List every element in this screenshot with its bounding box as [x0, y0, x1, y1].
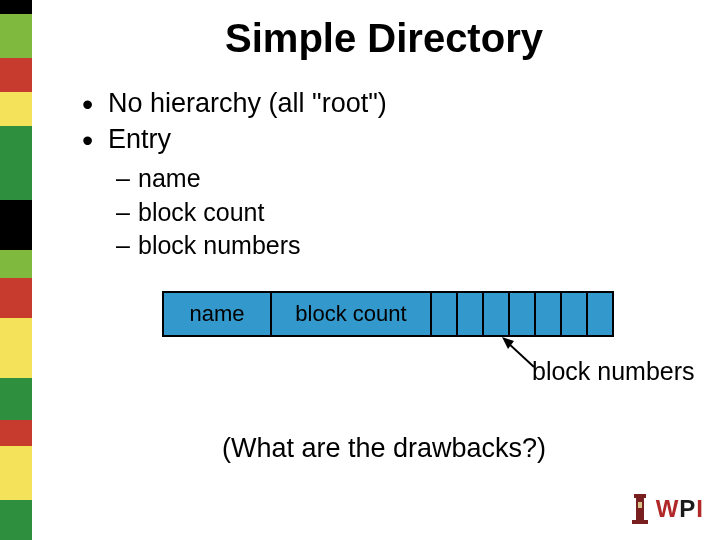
logo-text: WPI [656, 495, 704, 523]
sub-bullet-item: block numbers [116, 229, 696, 263]
logo-letter-i: I [696, 495, 704, 522]
sidebar-segment [0, 420, 32, 446]
sidebar-segment [0, 200, 32, 250]
svg-line-0 [508, 343, 534, 367]
decorative-sidebar [0, 0, 32, 540]
cell-block-count: block count [272, 291, 432, 337]
logo-letter-p: P [679, 495, 696, 522]
sub-bullet-item: block count [116, 196, 696, 230]
sidebar-segment [0, 58, 32, 92]
bullet-list: No hierarchy (all "root") Entry [80, 85, 696, 158]
slide-content: Simple Directory No hierarchy (all "root… [48, 0, 720, 540]
bullet-item: No hierarchy (all "root") [80, 85, 696, 121]
tower-icon [628, 492, 652, 526]
sidebar-segment [0, 446, 32, 500]
block-numbers-callout: block numbers [162, 343, 696, 387]
sidebar-segment [0, 92, 32, 126]
sidebar-segment [0, 250, 32, 278]
cell-block-number [510, 291, 536, 337]
sidebar-segment [0, 318, 32, 378]
cell-name: name [162, 291, 272, 337]
cell-block-number [484, 291, 510, 337]
sidebar-segment [0, 500, 32, 540]
entry-diagram: name block count block numbers [162, 291, 696, 387]
svg-rect-5 [638, 502, 642, 508]
question-text: (What are the drawbacks?) [72, 433, 696, 464]
block-numbers-label: block numbers [532, 357, 695, 386]
cell-block-number [458, 291, 484, 337]
svg-rect-4 [632, 520, 648, 524]
logo-letter-w: W [656, 495, 680, 522]
sidebar-segment [0, 278, 32, 318]
cell-block-number [588, 291, 614, 337]
page-title: Simple Directory [72, 16, 696, 61]
wpi-logo: WPI [628, 492, 704, 526]
sub-bullet-item: name [116, 162, 696, 196]
svg-rect-3 [634, 494, 646, 498]
cell-block-number [536, 291, 562, 337]
sub-bullet-list: name block count block numbers [116, 162, 696, 263]
cell-block-number [432, 291, 458, 337]
entry-row: name block count [162, 291, 696, 337]
svg-rect-2 [636, 496, 644, 522]
sidebar-segment [0, 378, 32, 420]
bullet-item: Entry [80, 121, 696, 157]
cell-block-number [562, 291, 588, 337]
sidebar-segment [0, 14, 32, 58]
sidebar-segment [0, 126, 32, 200]
sidebar-segment [0, 0, 32, 14]
